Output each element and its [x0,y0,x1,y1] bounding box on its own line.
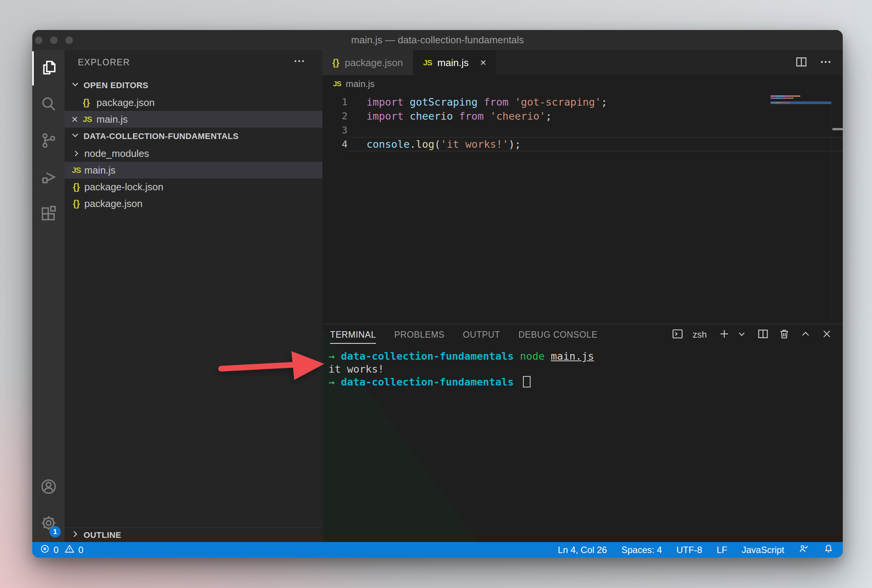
sidebar-title: EXPLORER [78,57,130,68]
chevron-right-icon [70,529,81,542]
activity-explorer[interactable] [32,50,65,87]
terminal-cursor [523,376,531,387]
zoom-window-button[interactable] [65,36,73,44]
status-bar: 0 0 Ln 4, Col 26Spaces: 4UTF-8LFJavaScri… [32,542,843,558]
close-tab-icon[interactable]: × [480,57,486,68]
activity-account[interactable] [32,469,65,506]
line-number: 3 [322,125,348,136]
open-editors-section-header[interactable]: OPEN EDITORS [65,77,322,94]
terminal-output[interactable]: → data-collection-fundamentals node main… [322,345,843,389]
outline-label: OUTLINE [84,530,121,540]
activity-run-debug[interactable] [32,160,65,196]
status-item-lf[interactable]: LF [717,545,727,555]
status-item-spaces[interactable]: Spaces: 4 [621,545,662,555]
minimap-line [771,101,831,104]
editor-group: {}package.jsonJSmain.js× JS main.js 1imp… [322,50,843,542]
file-row[interactable]: {}package.json [65,195,322,212]
activity-search[interactable] [32,87,65,123]
terminal-dropdown-icon[interactable] [736,328,748,341]
bell-icon[interactable] [823,544,834,556]
code-line[interactable]: 2import cheerio from 'cheerio'; [322,109,843,123]
code-editor[interactable]: 1import gotScraping from 'got-scraping';… [322,93,843,324]
warning-count: 0 [78,545,83,555]
panel-tab-terminal[interactable]: TERMINAL [330,324,376,345]
error-icon [40,544,50,556]
code-text: import cheerio from 'cheerio'; [348,109,843,123]
file-row[interactable]: JSmain.js [65,162,322,179]
js-file-icon: JS [70,166,83,175]
vscode-window: main.js — data-collection-fundamentals [32,30,843,558]
activity-extensions[interactable] [32,196,65,232]
split-editor-icon[interactable] [795,55,808,70]
js-file-icon: JS [333,80,341,88]
window-title: main.js — data-collection-fundamentals [351,34,524,46]
line-number: 4 [322,139,348,150]
panel-tab-output[interactable]: OUTPUT [463,324,500,345]
feedback-icon[interactable] [799,544,809,556]
editor-tab-package.json[interactable]: {}package.json [322,50,413,75]
file-tree: node_modulesJSmain.js{}package-lock.json… [65,145,322,212]
json-file-icon: {} [70,198,83,209]
search-icon [40,95,57,114]
close-editor-icon[interactable]: × [71,114,78,125]
more-actions-icon[interactable] [819,55,832,70]
title-bar: main.js — data-collection-fundamentals [32,30,843,50]
maximize-panel-icon[interactable] [799,328,812,341]
panel-tab-debug-console[interactable]: DEBUG CONSOLE [518,324,597,345]
code-line[interactable]: 4console.log('it works!'); [322,137,843,151]
activity-bar: 1 [32,50,65,542]
editor-actions [795,50,843,75]
activity-source-control[interactable] [32,123,65,160]
workspace-folder-label: DATA-COLLECTION-FUNDAMENTALS [84,131,239,141]
terminal-panel: TERMINALPROBLEMSOUTPUTDEBUG CONSOLE zsh … [322,324,843,542]
explorer-sidebar: EXPLORER OPEN EDITORS {}package.json×JSm… [65,50,322,542]
source-control-icon [40,132,57,151]
warning-icon [65,544,74,556]
split-terminal-icon[interactable] [757,328,769,341]
new-terminal-icon[interactable] [718,328,730,341]
code-line[interactable]: 3 [322,123,843,137]
outline-section-header[interactable]: OUTLINE [65,528,322,542]
editor-tab-bar: {}package.jsonJSmain.js× [322,50,843,75]
status-item-utf-8[interactable]: UTF-8 [676,545,702,555]
file-row[interactable]: {}package-lock.json [65,179,322,195]
open-editors-list: {}package.json×JSmain.js [65,94,322,128]
editor-scrollbar[interactable] [832,94,843,324]
run-debug-icon [40,168,57,187]
code-line[interactable]: 1import gotScraping from 'got-scraping'; [322,95,843,109]
terminal-line: it works! [329,363,843,376]
terminal-line: → data-collection-fundamentals node main… [329,350,843,363]
close-panel-icon[interactable] [821,328,833,341]
status-item-javascript[interactable]: JavaScript [742,545,784,555]
open-editor-row[interactable]: ×JSmain.js [65,111,322,128]
minimap[interactable] [771,95,831,104]
editor-tab-main.js[interactable]: JSmain.js× [413,50,496,75]
minimize-window-button[interactable] [50,36,58,44]
window-controls [35,30,73,50]
panel-actions: zsh [671,328,833,341]
file-row[interactable]: node_modules [65,145,322,162]
workspace-section-header[interactable]: DATA-COLLECTION-FUNDAMENTALS [65,128,322,145]
activity-settings[interactable]: 1 [32,506,65,542]
status-item-ln[interactable]: Ln 4, Col 26 [558,545,607,555]
problems-status[interactable]: 0 0 [40,544,84,556]
chevron-down-icon [70,79,81,92]
open-editor-row[interactable]: {}package.json [65,94,322,111]
settings-badge: 1 [49,526,61,537]
status-right: Ln 4, Col 26Spaces: 4UTF-8LFJavaScript [558,544,834,556]
kill-terminal-icon[interactable] [778,328,790,341]
line-number: 2 [322,111,348,122]
open-editors-label: OPEN EDITORS [84,81,148,90]
breadcrumb[interactable]: JS main.js [322,75,843,93]
shell-label[interactable]: zsh [693,329,707,340]
account-icon [40,478,57,497]
explorer-more-actions-icon[interactable] [293,55,306,70]
js-file-icon: JS [423,58,432,67]
close-window-button[interactable] [35,36,43,44]
sidebar-header: EXPLORER [65,50,322,74]
js-file-icon: JS [83,115,92,124]
json-file-icon: {} [70,182,83,192]
code-text: console.log('it works!'); [348,137,843,151]
cursor-position-marker [833,128,843,130]
panel-tab-problems[interactable]: PROBLEMS [394,324,445,345]
